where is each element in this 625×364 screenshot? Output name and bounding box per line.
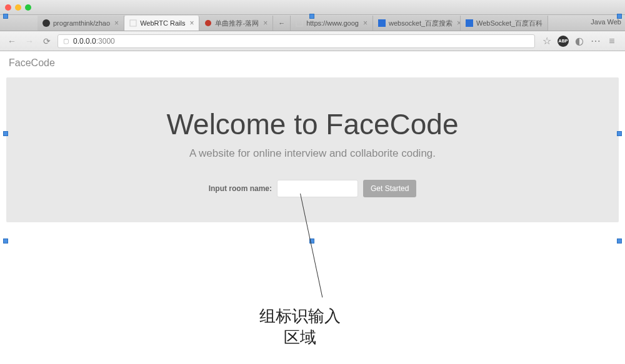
selection-handle[interactable] (617, 131, 622, 136)
selection-handle[interactable] (617, 14, 622, 19)
abp-icon[interactable]: ABP (558, 36, 569, 47)
input-row: Input room name: Get Started (19, 180, 606, 197)
address-bar[interactable]: ▢ 0.0.0.0:3000 (58, 34, 535, 48)
tab-luoo[interactable]: 单曲推荐-落网 × (199, 16, 273, 31)
room-name-input[interactable] (277, 180, 358, 197)
room-name-label: Input room name: (209, 184, 272, 193)
luoo-icon (204, 19, 212, 27)
tab-webrtc-rails[interactable]: WebRTC Rails × (124, 16, 199, 31)
tab-baidu-search[interactable]: websocket_百度搜索 × (373, 16, 461, 31)
tab-google[interactable]: https://www.goog × (291, 16, 373, 31)
tab-label: WebRTC Rails (140, 19, 185, 27)
close-icon[interactable]: × (263, 19, 268, 27)
svg-rect-3 (296, 20, 302, 26)
toolbar-right: ☆ ABP ◐ ⋯ ≡ (539, 36, 620, 47)
tab-label: programthink/zhao (53, 19, 110, 27)
menu-icon[interactable]: ≡ (606, 36, 618, 47)
svg-rect-1 (130, 20, 136, 26)
star-icon[interactable]: ☆ (541, 36, 552, 47)
traffic-lights (5, 4, 31, 11)
tab-label: https://www.goog (306, 19, 359, 27)
selection-handle[interactable] (3, 131, 8, 136)
tab-github[interactable]: programthink/zhao × (38, 16, 124, 31)
maximize-window-button[interactable] (25, 4, 31, 11)
get-started-button[interactable]: Get Started (363, 180, 416, 197)
page-favicon-icon: ▢ (62, 37, 69, 45)
blank-favicon-icon (129, 19, 137, 27)
annotation-label: 组标识输入 区域 (238, 306, 362, 348)
baidu-icon (466, 19, 473, 27)
selection-handle[interactable] (3, 239, 8, 243)
svg-rect-5 (466, 19, 473, 27)
baidu-icon (378, 19, 386, 27)
back-button[interactable]: ← (5, 34, 19, 48)
chevron-left-icon: ← (278, 19, 285, 27)
reload-button[interactable]: ⟳ (40, 34, 54, 48)
minimize-window-button[interactable] (15, 4, 21, 11)
tab-label: 单曲推荐-落网 (215, 19, 259, 28)
window-titlebar (0, 0, 625, 15)
close-icon[interactable]: × (114, 19, 119, 27)
svg-rect-4 (378, 19, 386, 27)
blank-favicon-icon (296, 19, 303, 27)
close-icon[interactable]: × (189, 19, 194, 27)
extension-icon[interactable]: ◐ (574, 36, 585, 47)
hero-section: Welcome to FaceCode A website for online… (6, 77, 619, 222)
url-text: 0.0.0.0:3000 (73, 37, 531, 46)
forward-button[interactable]: → (22, 34, 36, 48)
selection-handle[interactable] (3, 14, 8, 19)
tab-label: websocket_百度搜索 (389, 19, 452, 28)
more-icon[interactable]: ⋯ (590, 36, 601, 47)
selection-handle[interactable] (617, 239, 622, 243)
browser-toolbar: ← → ⟳ ▢ 0.0.0.0:3000 ☆ ABP ◐ ⋯ ≡ (0, 31, 625, 51)
tab-baidu-baike[interactable]: WebSocket_百度百科 × (461, 16, 548, 31)
tab-label: WebSocket_百度百科 (476, 19, 542, 28)
tab-overflow-arrow[interactable]: ← (273, 16, 291, 31)
tab-overflow-label[interactable]: Java Web (591, 18, 621, 26)
hero-subtitle: A website for online interview and colla… (19, 147, 606, 160)
github-icon (42, 19, 50, 27)
selection-handle[interactable] (309, 14, 314, 19)
close-window-button[interactable] (5, 4, 11, 11)
brand-title: FaceCode (0, 51, 625, 75)
svg-point-0 (42, 19, 50, 27)
svg-point-2 (205, 20, 211, 26)
close-icon[interactable]: × (363, 19, 368, 27)
page-content: FaceCode Welcome to FaceCode A website f… (0, 51, 625, 222)
hero-title: Welcome to FaceCode (19, 107, 606, 141)
close-icon[interactable]: × (547, 19, 548, 27)
